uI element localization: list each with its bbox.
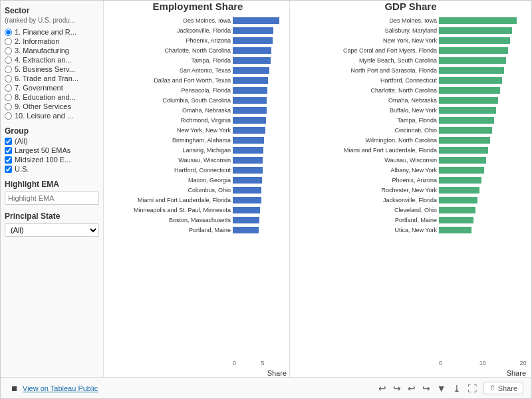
table-row: Lansing, Michigan: [106, 146, 289, 155]
sector-radio-7[interactable]: [5, 84, 12, 92]
sector-radio-8[interactable]: [5, 94, 12, 101]
group-item-3[interactable]: Midsized 100 E...: [5, 156, 99, 164]
undo-icon[interactable]: ↩: [378, 383, 386, 394]
sector-item-5[interactable]: 5. Business Serv...: [5, 65, 99, 73]
group-checkbox-1[interactable]: [5, 138, 12, 145]
emp-axis-row: 0 5: [106, 358, 289, 369]
bar-label: Wilmington, North Carolina: [293, 137, 439, 144]
forward-icon[interactable]: ↪: [422, 383, 430, 394]
table-row: Portland, Maine: [106, 225, 289, 235]
sector-item-3[interactable]: 3. Manufacturing: [5, 47, 99, 55]
arrow-down-icon[interactable]: ▼: [437, 383, 446, 394]
bar-container: [233, 147, 289, 154]
group-item-4[interactable]: U.S.: [5, 165, 99, 173]
bar-label: Richmond, Virginia: [106, 117, 233, 124]
highlight-input-wrap[interactable]: 🔍: [5, 192, 99, 205]
gdp-title: GDP Share: [293, 1, 529, 12]
highlight-title: Highlight EMA: [5, 180, 99, 189]
bar-fill: [233, 197, 261, 203]
sector-item-7[interactable]: 7. Government: [5, 84, 99, 92]
sector-title: Sector: [5, 6, 99, 15]
footer: ◾ View on Tableau Public ↩ ↪ ↩ ↪ ▼ ⤓ ⛶ ⇧…: [1, 377, 531, 398]
bar-container: [439, 227, 529, 234]
table-row: Jacksonville, Florida: [106, 26, 289, 35]
sector-item-2[interactable]: 2. Information: [5, 37, 99, 45]
table-row: Portland, Maine: [293, 215, 529, 225]
bar-container: [233, 77, 289, 84]
bar-label: Cape Coral and Fort Myers, Florida: [293, 47, 439, 54]
bar-container: [233, 207, 289, 214]
share-button[interactable]: ⇧ Share: [483, 382, 523, 394]
group-item-2[interactable]: Largest 50 EMAs: [5, 146, 99, 154]
bar-container: [233, 197, 289, 204]
group-checkbox-3[interactable]: [5, 156, 12, 164]
sector-radio-3[interactable]: [5, 47, 12, 55]
gdp-share-label: Share: [293, 369, 529, 377]
bar-container: [439, 177, 529, 184]
bar-fill: [439, 47, 508, 54]
reset-icon[interactable]: ↩: [408, 383, 416, 394]
sector-list: 1. Finance and R...2. Information3. Manu…: [5, 28, 99, 120]
sector-item-1[interactable]: 1. Finance and R...: [5, 28, 99, 36]
group-item-1[interactable]: (All): [5, 137, 99, 145]
sector-item-8[interactable]: 8. Education and...: [5, 93, 99, 101]
bar-container: [439, 157, 529, 164]
sector-item-4[interactable]: 4. Extraction an...: [5, 56, 99, 64]
gdp-tick-10: 10: [479, 360, 486, 366]
footer-left[interactable]: ◾ View on Tableau Public: [9, 383, 98, 394]
gdp-tick-0: 0: [439, 360, 442, 366]
bar-fill: [233, 227, 259, 233]
bar-container: [233, 117, 289, 124]
bar-label: Portland, Maine: [293, 217, 439, 223]
bar-container: [439, 17, 529, 25]
sidebar: Sector (ranked by U.S. produ... 1. Finan…: [1, 1, 104, 377]
principal-section: Principal State (All): [5, 211, 99, 237]
table-row: Richmond, Virginia: [106, 116, 289, 125]
sector-item-10[interactable]: 10. Leisure and ...: [5, 112, 99, 120]
group-checkbox-2[interactable]: [5, 147, 12, 154]
bar-fill: [233, 207, 260, 213]
sector-radio-6[interactable]: [5, 75, 12, 82]
sector-radio-10[interactable]: [5, 112, 12, 120]
share-icon: ⇧: [489, 384, 495, 392]
bar-container: [233, 127, 289, 134]
fullscreen-icon[interactable]: ⛶: [467, 383, 477, 394]
sector-radio-2[interactable]: [5, 38, 12, 45]
principal-select[interactable]: (All): [5, 223, 99, 237]
sector-radio-5[interactable]: [5, 66, 12, 73]
sector-radio-4[interactable]: [5, 57, 12, 64]
sector-radio-1[interactable]: [5, 29, 12, 36]
group-checkbox-4[interactable]: [5, 166, 12, 173]
sector-label-1: 1. Finance and R...: [15, 28, 76, 36]
tableau-icon: ◾: [9, 383, 20, 394]
bar-container: [439, 217, 529, 224]
bar-container: [233, 107, 289, 114]
bar-label: Omaha, Nebraska: [293, 97, 439, 104]
table-row: Birmingham, Alabama: [106, 136, 289, 145]
table-row: Columbia, South Carolina: [106, 96, 289, 105]
principal-select-wrap[interactable]: (All): [5, 223, 99, 237]
table-row: San Antonio, Texas: [106, 66, 289, 75]
bar-label: Charlotte, North Carolina: [293, 87, 439, 94]
bar-label: Birmingham, Alabama: [106, 137, 233, 144]
sector-item-6[interactable]: 6. Trade and Tran...: [5, 74, 99, 82]
table-row: North Port and Sarasota, Florida: [293, 66, 529, 75]
bar-container: [233, 57, 289, 65]
table-row: Des Moines, Iowa: [293, 16, 529, 25]
bar-container: [439, 137, 529, 144]
redo-icon[interactable]: ↪: [393, 383, 401, 394]
table-row: Hartford, Connecticut: [106, 166, 289, 175]
tableau-label[interactable]: View on Tableau Public: [23, 384, 98, 392]
table-row: Utica, New York: [293, 225, 529, 235]
table-row: Columbus, Ohio: [106, 186, 289, 195]
sector-item-9[interactable]: 9. Other Services: [5, 102, 99, 110]
bar-fill: [439, 117, 494, 124]
bar-fill: [439, 167, 484, 174]
bar-fill: [233, 17, 279, 24]
bar-label: Jacksonville, Florida: [293, 197, 439, 203]
export-icon[interactable]: ⤓: [453, 383, 461, 394]
bar-container: [233, 37, 289, 45]
bar-label: Dallas and Fort Worth, Texas: [106, 77, 233, 84]
highlight-input[interactable]: [5, 193, 102, 203]
sector-radio-9[interactable]: [5, 103, 12, 110]
